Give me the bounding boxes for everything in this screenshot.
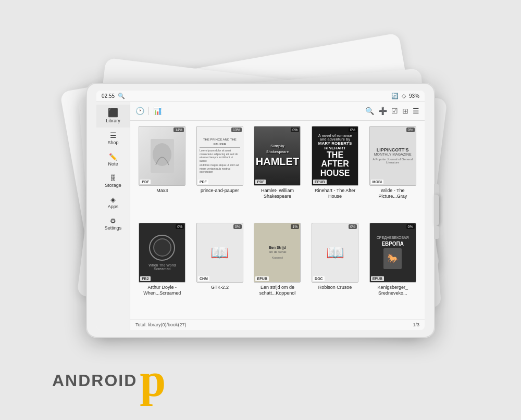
- book-item[interactable]: 14% PDF Max3: [135, 126, 189, 218]
- book-format: EPUB: [371, 276, 384, 281]
- book-format: MOBI: [371, 180, 383, 184]
- wifi-icon: ◇: [402, 93, 406, 99]
- books-grid: 14% PDF Max3 THE PRINCE AND THE PAUPER: [130, 121, 425, 320]
- sidebar-item-note[interactable]: ✏️ Note: [96, 149, 130, 171]
- device-screen: 02:55 🔍 🔄 ◇ 93% ⬛ Library ☰ Shop: [96, 91, 425, 330]
- add-icon[interactable]: ➕: [378, 107, 387, 115]
- side-button-main[interactable]: [434, 195, 439, 226]
- book-badge: 0%: [406, 128, 415, 132]
- apps-icon: ◈: [110, 196, 116, 203]
- book-cover: Een Strijd om de Schat Koppenol 1% EPUB: [254, 223, 301, 283]
- status-right: 🔄 ◇ 93%: [391, 93, 419, 99]
- book-badge: 0%: [176, 224, 184, 229]
- storage-icon: 🗄: [110, 175, 117, 182]
- library-icon: ⬛: [108, 109, 118, 117]
- book-format: PDF: [140, 180, 151, 184]
- book-badge: 0%: [349, 128, 357, 132]
- book-title: Kenigsberger_ Sredneveko...: [369, 285, 416, 297]
- book-badge: 13%: [231, 128, 242, 132]
- bottom-bar: Total: library(0)/book(27) 1/3: [130, 320, 425, 330]
- book-item[interactable]: Een Strijd om de Schat Koppenol 1% EPUB …: [251, 223, 304, 314]
- book-cover: THE PRINCE AND THE PAUPER Lorem ipsum do…: [196, 126, 243, 186]
- sidebar-item-shop[interactable]: ☰ Shop: [96, 128, 130, 149]
- book-title: GTK-2.2: [211, 285, 229, 291]
- select-icon[interactable]: ☑: [391, 107, 398, 115]
- book-item[interactable]: When The WorldScreamed 0% FB2 Arthur Doy…: [135, 223, 189, 314]
- settings-icon: ⚙: [110, 218, 116, 224]
- toolbar-left: 🕐 📊: [135, 107, 361, 115]
- time-display: 02:55: [102, 93, 115, 99]
- toolbar-right: 🔍 ➕ ☑ ⊞ ☰: [365, 107, 419, 115]
- stats-icon[interactable]: 📊: [153, 107, 162, 115]
- book-title: Max3: [156, 188, 168, 194]
- sync-icon: 🔄: [391, 93, 399, 99]
- shop-icon: ☰: [110, 132, 117, 139]
- page-info: 1/3: [413, 322, 419, 327]
- book-badge: 1%: [291, 224, 299, 229]
- book-format: DOC: [313, 276, 325, 281]
- library-area: 🕐 📊 🔍 ➕ ☑ ⊞ ☰: [130, 102, 425, 330]
- book-format: EPUB: [255, 276, 268, 281]
- total-info: Total: library(0)/book(27): [135, 322, 187, 327]
- open-book-icon: 📖: [210, 244, 229, 261]
- book-title: Wilde - The Picture...Gray: [369, 188, 416, 200]
- book-cover: Simply Shakespeare HAMLET 0% PDF: [254, 126, 301, 186]
- book-art: [148, 136, 177, 175]
- ereader-device: 02:55 🔍 🔄 ◇ 93% ⬛ Library ☰ Shop: [86, 83, 435, 338]
- note-icon: ✏️: [109, 154, 117, 160]
- svg-point-1: [153, 143, 171, 166]
- book-title: Arthur Doyle - When...Screamed: [139, 285, 185, 297]
- book-cover: LIPPINCOTT'S MONTHLY MAGAZINE A Popular …: [369, 126, 416, 186]
- book-title: Hamlet- William Shakespeare: [254, 188, 301, 200]
- recent-icon[interactable]: 🕐: [135, 107, 144, 115]
- book-item[interactable]: LIPPINCOTT'S MONTHLY MAGAZINE A Popular …: [366, 126, 419, 218]
- book-title: Een strijd om de schatt...Koppenol: [254, 285, 301, 297]
- open-book-icon: 📖: [326, 244, 344, 261]
- book-item[interactable]: 📖 0% CHM GTK-2.2: [193, 223, 247, 314]
- android-text: ANDROID: [52, 371, 137, 390]
- book-cover: 📖 0% DOC: [312, 223, 358, 283]
- book-cover: When The WorldScreamed 0% FB2: [139, 223, 185, 283]
- book-title: Rinehart - The After House: [312, 188, 358, 200]
- toolbar: 🕐 📊 🔍 ➕ ☑ ⊞ ☰: [130, 102, 425, 121]
- book-item[interactable]: СРЕДНЕВЕКОВАЯ ЕВРОПА 🐎 0% EPUB Kenigsber…: [366, 223, 419, 314]
- book-item[interactable]: THE PRINCE AND THE PAUPER Lorem ipsum do…: [193, 126, 247, 218]
- book-badge: 14%: [173, 128, 184, 132]
- book-format: CHM: [198, 276, 209, 281]
- book-badge: 0%: [349, 224, 357, 229]
- book-format: PDF: [255, 180, 266, 184]
- side-button-bottom[interactable]: [434, 226, 439, 239]
- book-badge: 0%: [406, 224, 415, 229]
- book-badge: 0%: [291, 128, 299, 132]
- book-title: prince-and-pauper: [201, 188, 239, 194]
- main-content: ⬛ Library ☰ Shop ✏️ Note 🗄 Storage ◈: [96, 102, 425, 330]
- book-format: PDF: [198, 180, 208, 184]
- toolbar-search-icon[interactable]: 🔍: [365, 107, 374, 115]
- book-item[interactable]: A novel of romance and adventure by MARY…: [308, 126, 362, 218]
- book-cover: 14% PDF: [139, 126, 185, 186]
- sidebar-item-apps[interactable]: ◈ Apps: [96, 192, 130, 213]
- sidebar-item-storage[interactable]: 🗄 Storage: [96, 171, 130, 192]
- android-p-letter: p: [140, 362, 166, 399]
- book-cover: СРЕДНЕВЕКОВАЯ ЕВРОПА 🐎 0% EPUB: [369, 223, 416, 283]
- sidebar-item-library[interactable]: ⬛ Library: [96, 105, 130, 128]
- status-bar: 02:55 🔍 🔄 ◇ 93%: [96, 91, 425, 102]
- book-item[interactable]: 📖 0% DOC Robison Crusoe: [308, 223, 362, 314]
- book-title: Robison Crusoe: [318, 285, 352, 291]
- book-format: FB2: [140, 276, 150, 281]
- book-item[interactable]: Simply Shakespeare HAMLET 0% PDF Hamlet-…: [251, 126, 304, 218]
- book-badge: 0%: [233, 224, 242, 229]
- grid-view-icon[interactable]: ⊞: [402, 107, 408, 115]
- toolbar-divider: [148, 107, 149, 115]
- sidebar-item-settings[interactable]: ⚙ Settings: [96, 213, 130, 235]
- sidebar: ⬛ Library ☰ Shop ✏️ Note 🗄 Storage ◈: [96, 102, 130, 330]
- menu-icon[interactable]: ☰: [413, 107, 419, 115]
- search-icon: 🔍: [118, 93, 125, 99]
- status-left: 02:55 🔍: [102, 93, 125, 99]
- book-cover: A novel of romance and adventure by MARY…: [312, 126, 358, 186]
- android-branding: ANDROID p: [52, 362, 166, 399]
- battery-display: 93%: [409, 93, 419, 99]
- book-cover: 📖 0% CHM: [196, 223, 243, 283]
- book-format: EPUB: [313, 180, 326, 184]
